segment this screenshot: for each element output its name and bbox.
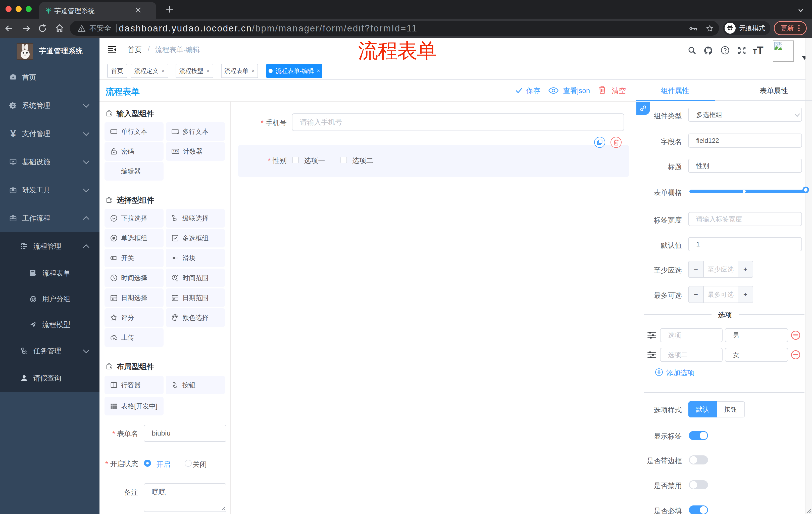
svg-text:123: 123: [173, 150, 178, 153]
